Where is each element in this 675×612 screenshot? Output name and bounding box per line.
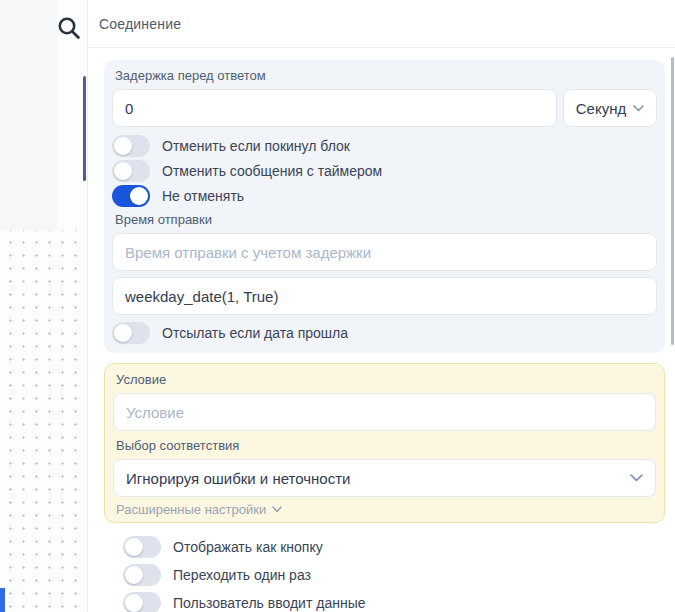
toggle-knob	[114, 162, 132, 180]
toggle-knob	[125, 566, 143, 584]
condition-section: Условие Выбор соответствия Игнорируя оши…	[104, 363, 665, 523]
condition-label: Условие	[116, 372, 656, 387]
toggle-row-user-input: Пользователь вводит данные	[123, 592, 665, 612]
settings-panel: Соединение Задержка перед ответом Секунд…	[87, 0, 675, 612]
toggle-user-input[interactable]	[123, 592, 161, 612]
toggle-pass-once[interactable]	[123, 564, 161, 586]
bottom-toggles: Отображать как кнопку Переходить один ра…	[104, 536, 665, 612]
canvas-shade	[0, 0, 57, 230]
toggle-knob	[125, 594, 143, 612]
delay-label: Задержка перед ответом	[115, 68, 657, 83]
toggle-knob	[130, 187, 148, 205]
toggle-label: Переходить один раз	[173, 567, 311, 583]
toggle-knob	[125, 538, 143, 556]
unit-dropdown-label: Секунд	[576, 100, 626, 117]
toggle-knob	[114, 324, 132, 342]
toggle-label: Пользователь вводит данные	[173, 595, 366, 611]
delay-input[interactable]	[112, 89, 557, 127]
toggle-display-as-button[interactable]	[123, 536, 161, 558]
search-icon[interactable]	[56, 15, 82, 41]
toggle-do-not-cancel[interactable]	[112, 185, 150, 207]
canvas-dot-grid	[0, 230, 83, 612]
send-time-input[interactable]	[112, 233, 657, 271]
panel-body: Задержка перед ответом Секунд Отменить е…	[88, 48, 675, 612]
panel-header: Соединение	[88, 0, 675, 48]
toggle-label: Отменить сообщения с таймером	[162, 163, 382, 179]
chevron-down-icon	[272, 506, 282, 513]
toggle-knob	[114, 137, 132, 155]
unit-dropdown[interactable]: Секунд	[563, 89, 657, 127]
toggle-cancel-on-leave[interactable]	[112, 135, 150, 157]
toggle-row-do-not-cancel: Не отменять	[112, 185, 657, 207]
delay-section: Задержка перед ответом Секунд Отменить е…	[104, 60, 665, 353]
canvas-block-edge	[0, 588, 5, 612]
scrollbar-thumb[interactable]	[671, 57, 674, 345]
advanced-settings-link[interactable]: Расширенные настройки	[116, 502, 656, 517]
formula-input[interactable]	[112, 277, 657, 315]
toggle-label: Отсылать если дата прошла	[162, 325, 348, 341]
toggle-row-pass-once: Переходить один раз	[123, 564, 665, 586]
toggle-label: Отображать как кнопку	[173, 539, 323, 555]
match-select-value: Игнорируя ошибки и неточности	[126, 470, 350, 487]
toggle-send-if-past[interactable]	[112, 322, 150, 344]
match-select[interactable]: Игнорируя ошибки и неточности	[113, 459, 656, 497]
toggle-row-cancel-timer-messages: Отменить сообщения с таймером	[112, 160, 657, 182]
toggle-cancel-timer-messages[interactable]	[112, 160, 150, 182]
toggle-row-send-if-past: Отсылать если дата прошла	[112, 322, 657, 344]
condition-input[interactable]	[113, 393, 656, 431]
toggle-label: Не отменять	[162, 188, 244, 204]
delay-input-row: Секунд	[112, 89, 657, 127]
toggle-label: Отменить если покинул блок	[162, 138, 350, 154]
panel-scroll-indicator[interactable]	[83, 76, 86, 181]
chevron-down-icon	[633, 105, 644, 112]
advanced-settings-label: Расширенные настройки	[116, 502, 266, 517]
panel-title: Соединение	[99, 16, 181, 32]
send-time-label: Время отправки	[115, 212, 657, 227]
match-label: Выбор соответствия	[116, 438, 656, 453]
chevron-down-icon	[630, 474, 643, 482]
flow-canvas[interactable]	[0, 0, 87, 612]
toggle-row-display-as-button: Отображать как кнопку	[123, 536, 665, 558]
toggle-row-cancel-on-leave: Отменить если покинул блок	[112, 135, 657, 157]
